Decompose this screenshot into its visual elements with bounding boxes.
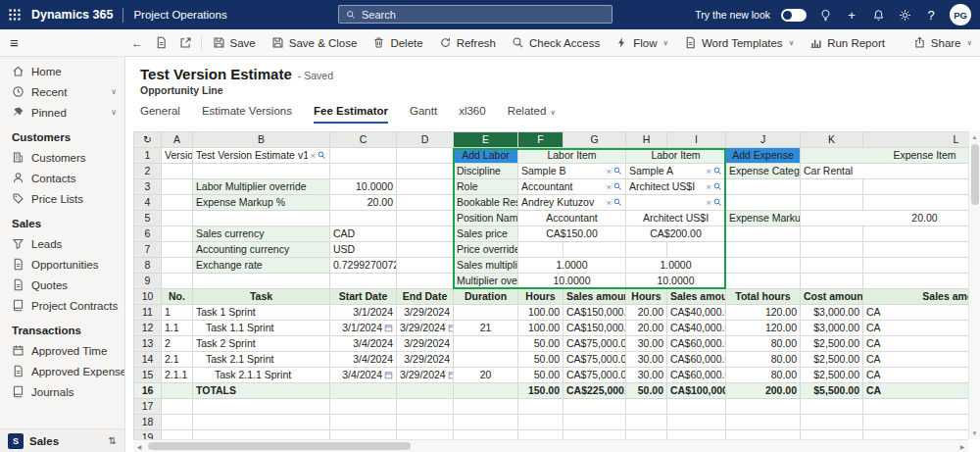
- sheet-cell[interactable]: Cost amount: [801, 289, 863, 305]
- sheet-cell[interactable]: [454, 336, 518, 352]
- sidebar-item-project-contracts[interactable]: Project Contracts: [0, 295, 124, 316]
- sheet-cell[interactable]: [330, 383, 397, 399]
- scroll-left-arrow[interactable]: ◀: [133, 440, 145, 452]
- sheet-cell[interactable]: [626, 415, 667, 430]
- lookup-search-icon[interactable]: [613, 198, 622, 207]
- clear-icon[interactable]: ×: [705, 179, 712, 194]
- sheet-cell[interactable]: [397, 415, 454, 430]
- sheet-cell[interactable]: 20.00: [626, 305, 667, 321]
- sheet-cell[interactable]: 1.1: [162, 321, 193, 336]
- row-header[interactable]: 17: [134, 399, 162, 415]
- sheet-cell[interactable]: [454, 415, 518, 430]
- clear-icon[interactable]: ×: [605, 179, 612, 194]
- sheet-cell[interactable]: Task 1.1 Sprint: [193, 321, 330, 336]
- sheet-cell[interactable]: [863, 179, 969, 195]
- sheet-cell[interactable]: CA$100,000.00: [667, 383, 726, 399]
- sheet-cell[interactable]: [162, 211, 193, 226]
- sheet-cell[interactable]: CA$150,000.00: [564, 321, 626, 336]
- help-icon[interactable]: ?: [923, 7, 939, 23]
- sheet-cell[interactable]: [863, 242, 969, 258]
- sheet-cell[interactable]: [397, 274, 454, 289]
- sheet-cell[interactable]: [726, 242, 801, 258]
- sidebar-item-price-lists[interactable]: Price Lists: [0, 188, 124, 209]
- sheet-cell[interactable]: [162, 415, 193, 430]
- sheet-cell[interactable]: Multiplier override: [454, 274, 518, 289]
- sheet-cell[interactable]: [454, 399, 518, 415]
- sheet-cell[interactable]: Add Labor: [454, 148, 518, 164]
- sheet-cell[interactable]: $2,500.00: [801, 368, 863, 383]
- sheet-cell[interactable]: [801, 415, 863, 430]
- sheet-cell[interactable]: Add Expense: [726, 148, 801, 164]
- vertical-scroll-thumb[interactable]: [971, 144, 979, 205]
- column-header-B[interactable]: B: [193, 132, 330, 148]
- scroll-up-arrow[interactable]: ▲: [969, 131, 980, 143]
- column-header-E[interactable]: E: [454, 132, 518, 148]
- sheet-cell[interactable]: CA$60,000.00: [667, 336, 726, 352]
- popout-button[interactable]: [173, 29, 198, 56]
- sheet-cell[interactable]: CAD: [330, 226, 397, 242]
- sheet-cell[interactable]: [454, 305, 518, 321]
- column-header-D[interactable]: D: [397, 132, 454, 148]
- sheet-cell[interactable]: Position Name: [454, 211, 518, 226]
- sheet-cell[interactable]: 2.1.1: [162, 368, 193, 383]
- sheet-cell[interactable]: CA: [863, 336, 969, 352]
- row-header[interactable]: 4: [134, 195, 162, 211]
- user-avatar[interactable]: PG: [950, 4, 971, 25]
- sheet-cell[interactable]: [162, 179, 193, 195]
- sheet-cell[interactable]: [518, 399, 564, 415]
- sidebar-item-contacts[interactable]: Contacts: [0, 168, 124, 188]
- sheet-cell[interactable]: [397, 179, 454, 195]
- sheet-cell[interactable]: Hours: [626, 289, 667, 305]
- sheet-cell[interactable]: 20.00: [330, 195, 397, 211]
- sheet-cell[interactable]: CA$60,000.00: [667, 368, 726, 383]
- sheet-cell[interactable]: [454, 383, 518, 399]
- hamburger-menu-icon[interactable]: ≡: [10, 34, 19, 51]
- sheet-cell[interactable]: [863, 430, 969, 440]
- sheet-cell[interactable]: 1.0000: [626, 258, 726, 274]
- sheet-cell[interactable]: [193, 274, 330, 289]
- sheet-cell[interactable]: [626, 242, 667, 258]
- sheet-cell[interactable]: 2: [162, 336, 193, 352]
- sheet-cell[interactable]: [801, 274, 863, 289]
- sheet-cell[interactable]: Task 1 Sprint: [193, 305, 330, 321]
- sheet-cell[interactable]: [330, 430, 397, 440]
- sheet-cell[interactable]: [564, 415, 626, 430]
- sheet-cell[interactable]: CA$75,000.00: [564, 368, 626, 383]
- sheet-cell[interactable]: [518, 430, 564, 440]
- sheet-cell[interactable]: 120.00: [726, 305, 801, 321]
- run-report-button[interactable]: Run Report: [802, 29, 893, 56]
- sheet-cell[interactable]: 100.00: [518, 305, 564, 321]
- sheet-cell[interactable]: Sales multiplier: [454, 258, 518, 274]
- sheet-cell[interactable]: [564, 399, 626, 415]
- sheet-cell[interactable]: 1: [162, 305, 193, 321]
- sheet-cell[interactable]: [863, 274, 969, 289]
- sheet-cell[interactable]: 50.00: [518, 352, 564, 368]
- sheet-cell[interactable]: Role: [454, 179, 518, 195]
- sheet-cell[interactable]: [193, 211, 330, 226]
- sheet-cell[interactable]: CA$40,000.00: [667, 321, 726, 336]
- sheet-cell[interactable]: Exchange rate: [193, 258, 330, 274]
- save-button[interactable]: Save: [205, 29, 264, 56]
- clear-icon[interactable]: ×: [705, 164, 712, 178]
- sheet-refresh-icon[interactable]: ↻: [134, 132, 162, 148]
- delete-button[interactable]: Delete: [365, 29, 430, 56]
- sheet-cell[interactable]: CA$75,000.00: [564, 336, 626, 352]
- sheet-cell[interactable]: Task 2.1.1 Sprint: [193, 368, 330, 383]
- horizontal-scrollbar[interactable]: ◀ ▶: [133, 439, 968, 452]
- sheet-cell[interactable]: [162, 258, 193, 274]
- sidebar-item-recent[interactable]: Recent ∨: [0, 81, 124, 102]
- sidebar-item-quotes[interactable]: Quotes: [0, 275, 124, 295]
- calendar-icon[interactable]: [448, 324, 454, 332]
- sheet-cell[interactable]: [397, 258, 454, 274]
- sheet-cell[interactable]: Labor Item: [626, 148, 726, 164]
- sheet-cell[interactable]: 80.00: [726, 336, 801, 352]
- sheet-cell[interactable]: [162, 383, 193, 399]
- sidebar-item-leads[interactable]: Leads: [0, 233, 124, 254]
- sidebar-item-approved-time[interactable]: Approved Time: [0, 340, 124, 361]
- sheet-cell[interactable]: 3/29/2024: [397, 368, 454, 383]
- sheet-cell[interactable]: 80.00: [726, 352, 801, 368]
- sheet-cell[interactable]: [397, 399, 454, 415]
- sidebar-item-home[interactable]: Home: [0, 61, 124, 81]
- sheet-cell[interactable]: Accounting currency: [193, 242, 330, 258]
- sheet-cell[interactable]: Expense Category: [726, 164, 801, 179]
